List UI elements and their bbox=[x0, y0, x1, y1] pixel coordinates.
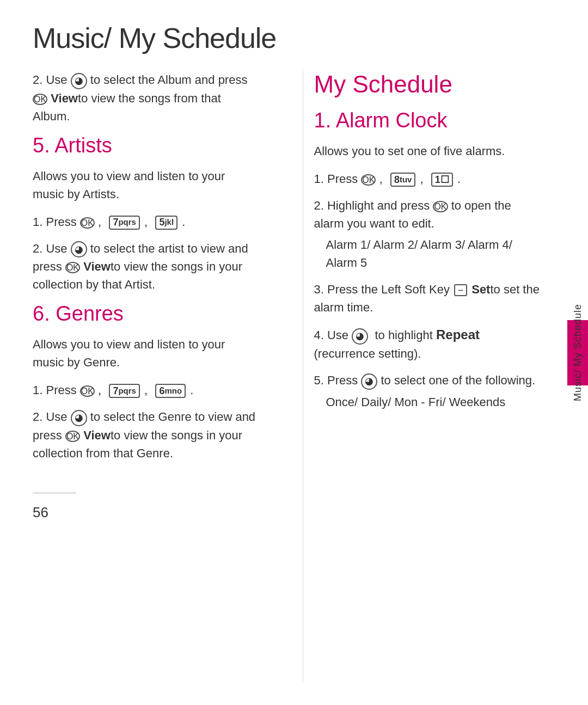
nav-icon-6-2: ◕ bbox=[71, 410, 87, 426]
ok-key-a1: OK bbox=[361, 174, 376, 186]
key-1: 1☐ bbox=[431, 173, 453, 187]
footer: 56 bbox=[33, 471, 259, 521]
ok-key-6-1: OK bbox=[80, 385, 95, 397]
page-container: Music/ My Schedule Music/ My Schedule 2.… bbox=[0, 0, 588, 705]
ok-key: OK bbox=[33, 94, 47, 105]
alarm-list: Alarm 1/ Alarm 2/ Alarm 3/ Alarm 4/ Alar… bbox=[326, 236, 541, 272]
key-5jkl: 5jkl bbox=[155, 216, 177, 230]
key-7pqrs-6: 7pqrs bbox=[109, 384, 140, 398]
right-column: My Schedule 1. Alarm Clock Allows you to… bbox=[303, 71, 541, 683]
alarm-step5: 5. Press ◕ to select one of the followin… bbox=[314, 371, 541, 411]
key-6mno: 6mno bbox=[155, 384, 186, 398]
alarm-step1: 1. Press OK , 8tuv , 1☐ . bbox=[314, 170, 541, 188]
ok-key-6-2: OK bbox=[65, 431, 80, 442]
leftright-icon: ◕ bbox=[361, 373, 377, 390]
section-5-heading: 5. Artists bbox=[33, 134, 259, 157]
intro-step2: 2. Use ◕ to select the Album and press O… bbox=[33, 71, 259, 125]
section-6: 6. Genres Allows you to view and listen … bbox=[33, 302, 259, 462]
nav-icon-a4: ◕ bbox=[352, 328, 368, 345]
side-tab-text: Music/ My Schedule bbox=[572, 304, 584, 401]
alarm-options: Once/ Daily/ Mon - Fri/ Weekends bbox=[326, 393, 541, 411]
section-5-desc: Allows you to view and listen to your mu… bbox=[33, 167, 259, 203]
page-title: Music/ My Schedule bbox=[33, 22, 540, 54]
key-7pqrs: 7pqrs bbox=[109, 216, 140, 230]
section-5: 5. Artists Allows you to view and listen… bbox=[33, 134, 259, 294]
key-8tuv: 8tuv bbox=[390, 173, 416, 187]
alarm-clock-desc: Allows you to set one of five alarms. bbox=[314, 142, 541, 160]
alarm-step2: 2. Highlight and press OK to open the al… bbox=[314, 197, 541, 272]
view-label: View bbox=[51, 91, 78, 105]
divider bbox=[33, 493, 76, 493]
alarm-clock-heading: 1. Alarm Clock bbox=[314, 109, 541, 132]
section-6-step1: 1. Press OK , 7pqrs , 6mno . bbox=[33, 381, 259, 399]
intro-step2-text: 2. Use ◕ to select the Album and press O… bbox=[33, 73, 247, 123]
repeat-label: Repeat bbox=[436, 327, 480, 342]
soft-key-icon: − bbox=[454, 284, 467, 296]
view-label-6-2: View bbox=[83, 428, 111, 442]
page-number: 56 bbox=[33, 504, 48, 520]
left-column: 2. Use ◕ to select the Album and press O… bbox=[33, 71, 270, 683]
section-6-heading: 6. Genres bbox=[33, 302, 259, 326]
view-label-5-2: View bbox=[83, 260, 111, 273]
section-5-step1: 1. Press OK , 7pqrs , 5jkl . bbox=[33, 213, 259, 231]
ok-key-5-2: OK bbox=[65, 262, 80, 273]
section-6-step2: 2. Use ◕ to select the Genre to view and… bbox=[33, 408, 259, 462]
side-tab: Music/ My Schedule bbox=[567, 0, 588, 705]
two-columns: 2. Use ◕ to select the Album and press O… bbox=[33, 71, 540, 683]
section-alarm-clock: 1. Alarm Clock Allows you to set one of … bbox=[314, 109, 541, 411]
nav-icon: ◕ bbox=[71, 73, 87, 89]
nav-icon-5-2: ◕ bbox=[71, 241, 87, 258]
main-content: Music/ My Schedule 2. Use ◕ to select th… bbox=[0, 0, 567, 705]
alarm-step3: 3. Press the Left Soft Key − Setto set t… bbox=[314, 280, 541, 316]
alarm-step4: 4. Use ◕ to highlight Repeat (recurrence… bbox=[314, 325, 541, 363]
ok-key-a2: OK bbox=[433, 201, 448, 212]
my-schedule-heading: My Schedule bbox=[314, 71, 541, 98]
section-6-desc: Allows you to view and listen to your mu… bbox=[33, 335, 259, 371]
ok-key-5-1: OK bbox=[80, 217, 95, 229]
set-label: Set bbox=[471, 283, 490, 296]
section-5-step2: 2. Use ◕ to select the artist to view an… bbox=[33, 240, 259, 294]
